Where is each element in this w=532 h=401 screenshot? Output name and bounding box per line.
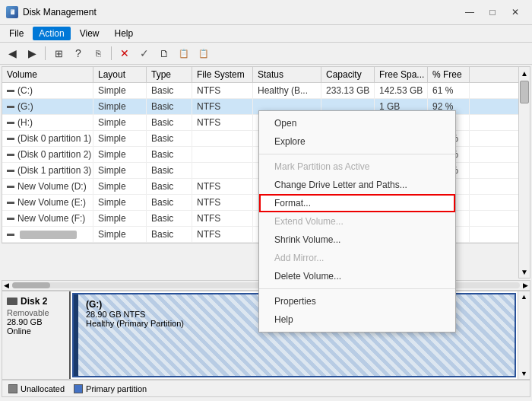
cell-fs: NTFS <box>192 115 253 130</box>
cell-vol: (Disk 1 partition 3) <box>2 163 93 178</box>
legend-label-primary: Primary partition <box>86 384 147 393</box>
cell-type: Basic <box>147 83 192 98</box>
ctx-delete[interactable]: Delete Volume... <box>259 267 455 285</box>
menu-view[interactable]: View <box>74 27 106 40</box>
ctx-open[interactable]: Open <box>259 114 455 132</box>
disk-size: 28.90 GB <box>7 317 65 326</box>
col-volume[interactable]: Volume <box>2 67 93 82</box>
disk-label: Disk 2 Removable 28.90 GB Online <box>2 291 71 379</box>
close-button[interactable]: ✕ <box>505 5 526 20</box>
cell-type: Basic <box>147 227 192 242</box>
help-button[interactable]: ? <box>69 45 87 62</box>
legend-box-unalloc <box>8 384 17 393</box>
cell-fs: NTFS <box>192 227 253 242</box>
ctx-help[interactable]: Help <box>259 310 455 329</box>
cell-fs <box>192 163 253 178</box>
scroll-down-button[interactable]: ▼ <box>518 266 530 278</box>
table-row[interactable]: (C:) Simple Basic NTFS Healthy (B... 233… <box>2 83 530 99</box>
maximize-button[interactable]: □ <box>482 5 503 20</box>
legend-primary: Primary partition <box>74 384 147 393</box>
col-layout[interactable]: Layout <box>93 67 147 82</box>
toolbar-sep-2 <box>111 46 112 60</box>
titlebar-left: 🖥 Disk Management <box>6 6 97 18</box>
doc-button[interactable]: 🗋 <box>155 45 173 62</box>
properties-button[interactable]: ⊞ <box>49 45 68 62</box>
ctx-sep-1 <box>259 154 455 154</box>
window-controls: — □ ✕ <box>459 5 526 20</box>
cell-vol: (G:) <box>2 99 93 114</box>
paste-button[interactable]: 📋 <box>195 45 213 62</box>
col-filesystem[interactable]: File System <box>192 67 253 82</box>
ctx-shrink[interactable]: Shrink Volume... <box>259 231 455 249</box>
forward-button[interactable]: ▶ <box>23 45 41 62</box>
col-status[interactable]: Status <box>253 67 321 82</box>
col-pct-free[interactable]: % Free <box>428 67 470 82</box>
cell-vol: (C:) <box>2 83 93 98</box>
toolbar-sep-1 <box>45 46 46 60</box>
cell-layout: Simple <box>93 163 147 178</box>
cell-vol: New Volume (E:) <box>2 195 93 210</box>
cell-layout: Simple <box>93 147 147 162</box>
scroll-thumb[interactable] <box>520 81 529 103</box>
legend-box-primary <box>74 384 83 393</box>
cell-vol: (Disk 0 partition 1) <box>2 131 93 146</box>
disk-name: Disk 2 <box>21 296 47 307</box>
cell-layout: Simple <box>93 115 147 130</box>
cell-layout: Simple <box>93 211 147 226</box>
app-icon: 🖥 <box>6 6 18 18</box>
context-menu: Open Explore Mark Partition as Active Ch… <box>258 110 456 333</box>
menu-action[interactable]: Action <box>33 27 70 40</box>
ctx-format[interactable]: Format... <box>259 194 455 212</box>
toolbar-btn-3[interactable]: ⎘ <box>89 45 107 62</box>
cell-type: Basic <box>147 211 192 226</box>
cell-fs <box>192 131 253 146</box>
minimize-button[interactable]: — <box>459 5 480 20</box>
menubar: File Action View Help <box>0 25 532 43</box>
cell-vol: (H:) <box>2 115 93 130</box>
bottom-vscroll[interactable]: ▲ ▼ <box>518 291 530 379</box>
cell-fs: NTFS <box>192 211 253 226</box>
scroll-left-button[interactable]: ◀ <box>2 282 11 289</box>
back-button[interactable]: ◀ <box>3 45 21 62</box>
table-section: Volume Layout Type File System Status Ca… <box>0 65 532 280</box>
cell-type: Basic <box>147 195 192 210</box>
bottom-scroll-up[interactable]: ▲ <box>519 291 529 302</box>
cell-type: Basic <box>147 115 192 130</box>
window-title: Disk Management <box>23 7 97 18</box>
disk-type: Removable <box>7 308 65 317</box>
ctx-change-letter[interactable]: Change Drive Letter and Paths... <box>259 176 455 194</box>
menu-help[interactable]: Help <box>109 27 140 40</box>
delete-button[interactable]: ✕ <box>116 45 134 62</box>
copy-button[interactable]: 📋 <box>175 45 193 62</box>
cell-type: Basic <box>147 179 192 194</box>
toolbar: ◀ ▶ ⊞ ? ⎘ ✕ ✓ 🗋 📋 📋 <box>0 43 532 65</box>
vertical-scrollbar[interactable]: ▲ ▼ <box>518 66 530 278</box>
menu-file[interactable]: File <box>3 27 30 40</box>
legend-unallocated: Unallocated <box>8 384 65 393</box>
col-type[interactable]: Type <box>147 67 192 82</box>
disk-icon: 🖥 <box>9 8 16 16</box>
cell-fs: NTFS <box>192 195 253 210</box>
cell-fs: NTFS <box>192 99 253 114</box>
check-button[interactable]: ✓ <box>135 45 154 62</box>
col-capacity[interactable]: Capacity <box>321 67 375 82</box>
bottom-scroll-down[interactable]: ▼ <box>519 368 529 379</box>
ctx-extend: Extend Volume... <box>259 212 455 231</box>
disk-icon-small <box>7 298 17 305</box>
hscroll-thumb[interactable] <box>12 282 50 288</box>
col-freespace[interactable]: Free Spa... <box>375 67 428 82</box>
cell-pct: 61 % <box>428 83 470 98</box>
ctx-mark-active: Mark Partition as Active <box>259 158 455 176</box>
ctx-properties[interactable]: Properties <box>259 292 455 310</box>
cell-type: Basic <box>147 99 192 114</box>
cell-fs <box>192 147 253 162</box>
titlebar: 🖥 Disk Management — □ ✕ <box>0 0 532 25</box>
main-area: Volume Layout Type File System Status Ca… <box>0 65 532 399</box>
cell-fs: NTFS <box>192 83 253 98</box>
ctx-explore[interactable]: Explore <box>259 132 455 151</box>
cell-type: Basic <box>147 163 192 178</box>
scroll-right-button[interactable]: ▶ <box>521 282 530 289</box>
scroll-up-button[interactable]: ▲ <box>518 67 530 79</box>
cell-layout: Simple <box>93 179 147 194</box>
cell-layout: Simple <box>93 99 147 114</box>
